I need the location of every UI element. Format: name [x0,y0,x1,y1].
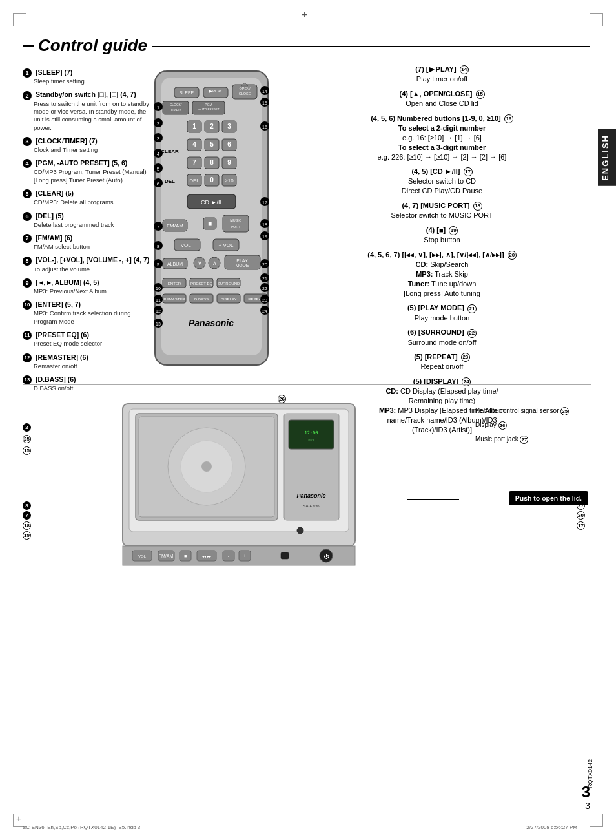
svg-text:6: 6 [157,181,160,187]
circle-22: 22 [467,329,477,338]
file-info: SC-EN36_En,Sp,Cz,Po (RQTX0142-1E)_B5.ind… [23,824,140,830]
svg-rect-48 [223,215,249,232]
right-item-17: (4, 5) [CD ►/II] 17 Selector switch to C… [294,167,590,196]
item-11: 11 [PRESET EQ] (6) Preset EQ mode select… [23,330,155,348]
svg-text:TIMER: TIMER [170,108,181,112]
item-6: 6 [DEL] (5) Delete last programmed track [23,211,155,229]
right-item-22: (6) [SURROUND] 22 Surround mode on/off [294,328,590,347]
svg-text:16: 16 [262,125,267,129]
badge-20: 20 [577,511,585,520]
svg-text:1: 1 [157,105,160,110]
svg-text:19: 19 [262,235,267,239]
svg-text:■: ■ [208,220,212,227]
item-7: 7 [FM/AM] (6) FM/AM select button [23,233,155,251]
badge-15: 15 [23,446,31,455]
circle-18: 18 [473,202,482,211]
svg-text:6: 6 [227,141,231,148]
item-3-desc: Clock and Timer setting [34,146,155,154]
item-13-num: 13 [23,375,32,384]
svg-point-133 [201,461,212,472]
item-8-num: 8 [23,257,32,266]
item-12-desc: Remaster on/off [34,362,155,370]
item-12-num: 12 [23,353,32,362]
svg-text:VOL: VOL [138,554,147,558]
svg-text:≥10: ≥10 [225,178,234,184]
svg-text:+ VOL: + VOL [219,242,234,248]
label-27: Music port jack 27 [475,432,591,446]
svg-text:9: 9 [157,262,160,268]
left-items: 1 [SLEEP] (7) Sleep timer setting 2 Stan… [23,68,155,397]
badge-25: 25 [23,435,31,443]
item-5-desc: CD/MP3: Delete all programs [34,198,155,206]
item-8-desc: To adjust the volume [34,266,155,273]
svg-text:SLEEP: SLEEP [180,90,194,95]
svg-text:9: 9 [227,159,231,166]
badge-19: 19 [23,531,31,540]
svg-point-155 [297,527,303,534]
svg-text:⏻: ⏻ [323,554,329,560]
title-line-right [152,46,590,47]
item-2-num: 2 [23,91,32,100]
badge-8: 8 [23,501,31,510]
circle-15: 15 [476,90,485,99]
svg-text:24: 24 [262,309,267,313]
item-13-title: [D.BASS] (6) [36,375,76,383]
callout-line [407,499,459,500]
svg-text:OPEN/: OPEN/ [239,87,251,90]
svg-text:8: 8 [157,244,160,249]
svg-text:CLOSE: CLOSE [239,92,251,96]
item-6-num: 6 [23,212,32,221]
badge-26-container: 26 [278,394,286,403]
svg-text:12:00: 12:00 [304,430,318,436]
svg-rect-156 [281,552,289,559]
right-col: (7) [▶ PLAY] 14 Play timer on/off (4) [▲… [294,65,590,440]
item-8-title: [VOL-], [+VOL], [VOLUME -, +] (4, 7) [36,256,149,264]
remote-control-image: SLEEP ▶PLAY OPEN/ CLOSE CLOCK/ TIMER PGM… [142,68,281,372]
device-left-badges: 2 25 15 [23,423,31,455]
item-4-desc: CD/MP3 Program, Tuner Preset (Manual) [L… [34,168,155,184]
item-7-num: 7 [23,234,32,243]
svg-text:PGM: PGM [205,103,212,107]
item-1-desc: Sleep timer setting [34,78,155,85]
svg-text:8: 8 [210,159,214,166]
svg-text:▶PLAY: ▶PLAY [209,89,222,93]
circle-23: 23 [461,353,470,362]
svg-text:PLAY: PLAY [236,258,248,263]
svg-text:PORT: PORT [231,225,241,229]
svg-text:15: 15 [262,101,267,105]
badge-17b: 17 [577,521,585,530]
svg-text:+: + [243,554,246,558]
item-11-title: [PRESET EQ] (6) [36,331,89,339]
right-item-21: (5) [PLAY MODE] 21 Play mode button [294,303,590,322]
svg-text:4: 4 [192,141,196,148]
svg-text:D.BASS: D.BASS [194,297,209,301]
right-item-15: (4) [▲, OPEN/CLOSE] 15 Open and Close CD… [294,89,590,109]
title-line-left [23,45,34,47]
svg-text:0: 0 [210,176,214,184]
svg-text:12: 12 [156,309,161,313]
device-illustration: 12:00 MP3 Panasonic SA-EN36 VOL FM/AM ■ … [119,397,358,578]
corner-mark-tr [590,13,603,26]
badge-26: 26 [278,395,286,403]
corner-mark-tl [13,13,26,26]
label-26: Display 26 [475,418,591,432]
svg-text:MP3: MP3 [308,438,314,442]
corner-mark-br [590,814,603,827]
page-sub: 3 [585,801,590,811]
svg-text:18: 18 [262,222,267,227]
svg-text:14: 14 [262,89,267,94]
svg-text:-AUTO PRESET: -AUTO PRESET [198,108,219,111]
item-7-title: [FM/AM] (6) [36,234,72,242]
svg-text:3: 3 [227,123,231,130]
right-item-23: (5) [REPEAT] 23 Repeat on/off [294,352,590,372]
right-item-18: (4, 7) [MUSIC PORT] 18 Selector switch t… [294,201,590,220]
item-10-title: [ENTER] (5, 7) [36,300,81,308]
item-5-title: [CLEAR] (5) [36,189,74,197]
svg-text:21: 21 [262,277,267,281]
bottom-right-labels: Remote control signal sensor 25 Display … [475,404,591,446]
item-3-title: [CLOCK/TIMER] (7) [36,137,98,145]
svg-text:CD ►/II: CD ►/II [201,199,221,205]
right-desc-15: Open and Close CD lid [294,99,590,109]
crosshair-top [304,14,312,22]
right-desc-14: Play timer on/off [294,74,590,84]
